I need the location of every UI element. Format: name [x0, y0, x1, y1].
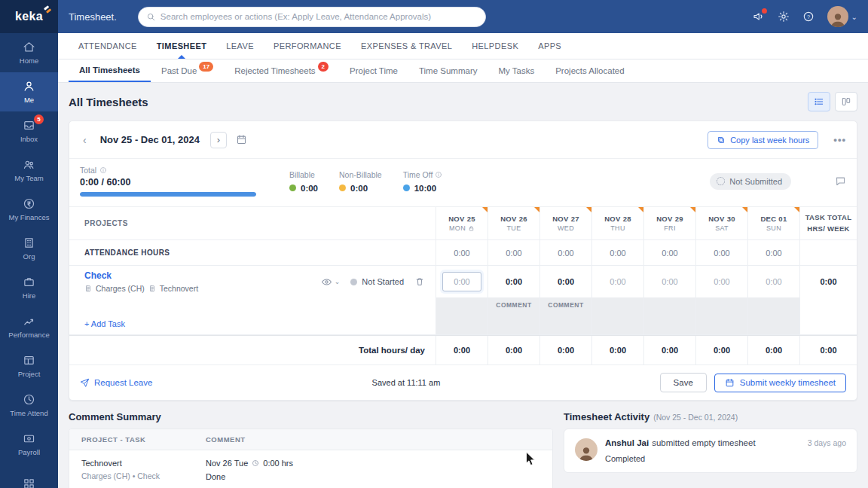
attendance-hours-row: ATTENDANCE HOURS 0:00 0:00 0:00 0:00 0:0… [69, 240, 857, 266]
sidebar-item-project[interactable]: Project [0, 346, 58, 386]
subtab-my-tasks[interactable]: My Tasks [487, 59, 545, 82]
search-input[interactable] [160, 12, 478, 21]
person-photo-icon [578, 444, 594, 461]
hour-cell-nov-30[interactable]: 0:00 [695, 266, 747, 297]
sidebar-item-my-team[interactable]: My Team [0, 151, 58, 190]
projects-column-header: PROJECTS [69, 207, 436, 239]
activity-user-name[interactable]: Anshul Jai [605, 438, 649, 447]
hour-cell-nov-27[interactable]: 0:00 [539, 266, 591, 297]
hour-cell-nov-29[interactable]: 0:00 [643, 266, 695, 297]
attendance-total-cell [799, 240, 857, 265]
add-task-link[interactable]: + Add Task [69, 313, 436, 334]
project-board-icon [23, 354, 35, 367]
timesheet-card: ‹ Nov 25 - Dec 01, 2024 › Copy last week… [69, 120, 857, 401]
empty-day-cell [643, 313, 695, 334]
comment-cell: Nov 26 Tue 0:00 hrs Done [194, 450, 552, 488]
comment-summary-card: PROJECT - TASK COMMENT Technovert Charge… [69, 429, 553, 488]
person-icon [23, 80, 35, 93]
task-status-dropdown[interactable]: Not Started [350, 277, 404, 286]
comment-cell [436, 297, 487, 313]
daily-total: 0:00 [695, 336, 747, 364]
comment-cell[interactable]: COMMENT [487, 297, 539, 313]
task-name-link[interactable]: Check [84, 270, 321, 281]
subtab-label: All Timesheets [79, 66, 140, 75]
copy-last-week-button[interactable]: Copy last week hours [708, 131, 818, 149]
visibility-toggle[interactable]: ⌄ [321, 276, 341, 288]
subtab-past-due[interactable]: Past Due17 [151, 59, 224, 82]
help-icon: ? [802, 11, 815, 23]
profile-menu[interactable]: ⌄ [827, 6, 857, 27]
comment-total-cell [799, 297, 857, 313]
subtab-label: Time Summary [419, 66, 478, 75]
sidebar-item-my-finances[interactable]: My Finances [0, 190, 58, 229]
chevron-down-icon: ⌄ [851, 13, 857, 21]
save-button[interactable]: Save [660, 373, 707, 392]
comment-summary-row[interactable]: Technovert Charges (CH) • Check Nov 26 T… [69, 450, 552, 488]
attendance-value: 0:00 [539, 240, 591, 265]
sidebar-item-home[interactable]: Home [0, 33, 58, 72]
previous-week-button[interactable]: ‹ [80, 134, 90, 146]
subtab-all-timesheets[interactable]: All Timesheets [69, 59, 151, 82]
timesheet-footer: Request Leave Saved at 11:11 am Save Sub… [69, 365, 857, 400]
settings-button[interactable] [778, 11, 790, 23]
comment-cell [591, 297, 643, 313]
svg-text:?: ? [807, 14, 810, 20]
tab-timesheet[interactable]: TIMESHEET [147, 33, 217, 59]
team-icon [23, 158, 35, 171]
next-week-button[interactable]: › [210, 132, 227, 148]
empty-day-cell [487, 313, 539, 334]
subtab-project-time[interactable]: Project Time [339, 59, 408, 82]
keka-logo[interactable]: keka [0, 0, 58, 33]
tab-performance[interactable]: PERFORMANCE [264, 33, 351, 59]
sidebar-item-performance[interactable]: Performance [0, 307, 58, 346]
empty-day-cell [591, 313, 643, 334]
sidebar-item-payroll[interactable]: Payroll [0, 425, 58, 464]
sidebar-item-time-attend[interactable]: Time Attend [0, 386, 58, 425]
subtab-rejected-timesheets[interactable]: Rejected Timesheets2 [224, 59, 339, 82]
non-billable-label: Non-Billable [339, 170, 382, 179]
calendar-picker-button[interactable] [236, 134, 247, 145]
sidebar-item-me[interactable]: Me [0, 72, 58, 111]
sidebar-item-inbox[interactable]: 5 Inbox [0, 111, 58, 151]
hour-cell-nov-28[interactable]: 0:00 [591, 266, 643, 297]
day-header-dec-01: DEC 01SUN [747, 207, 799, 239]
tab-apps[interactable]: APPS [528, 33, 571, 59]
daily-total: 0:00 [591, 336, 643, 364]
subtab-projects-allocated[interactable]: Projects Allocated [545, 59, 634, 82]
activity-action: submitted empty timesheet [652, 438, 755, 447]
hour-cell-dec-01[interactable]: 0:00 [747, 266, 799, 297]
comment-cell[interactable]: COMMENT [539, 297, 591, 313]
sidebar-item-more[interactable] [0, 464, 58, 488]
hour-cell-nov-26[interactable]: 0:00 [487, 266, 539, 297]
request-leave-link[interactable]: Request Leave [80, 378, 152, 388]
sidebar-item-org[interactable]: Org [0, 229, 58, 268]
tab-attendance[interactable]: ATTENDANCE [69, 33, 147, 59]
hour-input[interactable] [442, 272, 481, 291]
task-info-cell: Check Charges (CH) Technovert [69, 266, 436, 297]
submit-timesheet-button[interactable]: Submit weekly timesheet [714, 374, 846, 392]
tab-helpdesk[interactable]: HELPDESK [462, 33, 528, 59]
tab-leave[interactable]: LEAVE [216, 33, 264, 59]
more-options-button[interactable]: ••• [833, 134, 846, 145]
subtab-label: Rejected Timesheets [234, 66, 315, 75]
subtab-label: Projects Allocated [555, 66, 624, 75]
comments-button[interactable] [835, 175, 846, 187]
billable-stat: Billable 0:00 [289, 170, 318, 193]
sidebar-item-hire[interactable]: Hire [0, 268, 58, 307]
activity-title: Timesheet Activity [564, 411, 649, 422]
comment-summary-section: Comment Summary PROJECT - TASK COMMENT T… [69, 411, 553, 488]
page-header: All Timesheets [69, 83, 857, 120]
empty-day-cell [695, 313, 747, 334]
subtab-time-summary[interactable]: Time Summary [408, 59, 488, 82]
info-icon [99, 166, 107, 174]
sidebar-item-label: Home [20, 56, 38, 65]
project-task-cell: Technovert Charges (CH) • Check [69, 450, 194, 488]
delete-task-button[interactable] [414, 276, 425, 287]
past-due-badge: 17 [199, 62, 213, 72]
announcements-button[interactable] [753, 11, 765, 23]
list-view-toggle[interactable] [808, 92, 830, 111]
tab-expenses-travel[interactable]: EXPENSES & TRAVEL [351, 33, 462, 59]
board-view-toggle[interactable] [835, 92, 857, 111]
calendar-check-icon [725, 378, 735, 388]
help-button[interactable]: ? [802, 11, 815, 23]
